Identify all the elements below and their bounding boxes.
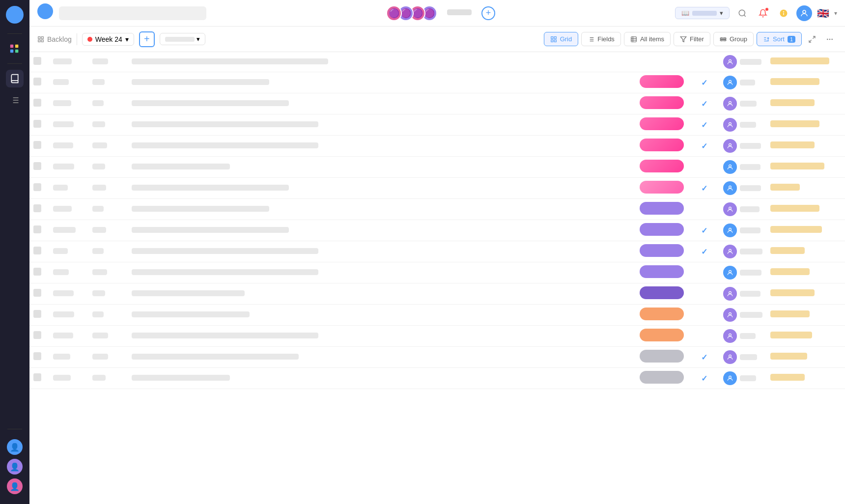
tag-pill[interactable] xyxy=(770,141,815,148)
tag-pill[interactable] xyxy=(770,120,819,127)
row-avatar[interactable] xyxy=(723,118,737,132)
tag-pill[interactable] xyxy=(770,374,805,381)
notifications-button[interactable] xyxy=(755,5,771,21)
col2-value xyxy=(92,206,104,212)
tag-pill[interactable] xyxy=(770,184,800,191)
row-checkbox[interactable] xyxy=(33,331,41,339)
row-checkbox[interactable] xyxy=(33,57,41,65)
row-checkbox[interactable] xyxy=(33,183,41,191)
more-options-button[interactable] xyxy=(822,32,837,47)
tag-pill[interactable] xyxy=(770,310,810,317)
info-button[interactable] xyxy=(776,5,791,21)
status-pill[interactable] xyxy=(640,308,684,320)
row-avatar[interactable] xyxy=(723,329,737,343)
status-pill[interactable] xyxy=(640,286,684,299)
sidebar-avatar-3[interactable]: 👤 xyxy=(7,478,23,494)
status-pill[interactable] xyxy=(640,329,684,341)
topbar-add-button[interactable]: + xyxy=(481,6,495,20)
tag-pill[interactable] xyxy=(770,247,805,254)
toolbar-add-button[interactable]: + xyxy=(139,31,155,47)
tag-pill[interactable] xyxy=(770,353,807,360)
row-avatar[interactable] xyxy=(723,371,737,385)
filter-button[interactable]: Filter xyxy=(674,32,710,46)
main-text xyxy=(132,79,269,85)
toolbar-right-actions: Grid Fields All items Filter Group Sort xyxy=(544,32,837,47)
row-checkbox[interactable] xyxy=(33,247,41,254)
row-avatar[interactable] xyxy=(723,224,737,237)
row-avatar[interactable] xyxy=(723,287,737,301)
expand-button[interactable] xyxy=(805,32,819,47)
row-checkbox[interactable] xyxy=(33,204,41,212)
col2-value xyxy=(92,58,108,64)
filter-label: Filter xyxy=(690,35,704,43)
status-pill[interactable] xyxy=(640,371,684,384)
flag-dropdown[interactable]: ▾ xyxy=(834,10,837,17)
tag-pill[interactable] xyxy=(770,78,819,85)
tag-pill[interactable] xyxy=(770,268,810,275)
tag-pill[interactable] xyxy=(770,332,812,338)
table-row: ✓ xyxy=(29,93,845,114)
row-checkbox[interactable] xyxy=(33,310,41,318)
sidebar-avatar-2[interactable]: 👤 xyxy=(7,459,23,475)
tag-pill[interactable] xyxy=(770,99,815,106)
row-checkbox[interactable] xyxy=(33,268,41,276)
status-pill[interactable] xyxy=(640,160,684,172)
backlog-label[interactable]: Backlog xyxy=(37,35,72,43)
all-items-button[interactable]: All items xyxy=(624,32,671,46)
row-checkbox[interactable] xyxy=(33,120,41,128)
sort-button[interactable]: Sort 1 xyxy=(757,32,802,46)
status-pill[interactable] xyxy=(640,96,684,109)
row-avatar[interactable] xyxy=(723,308,737,322)
row-checkbox[interactable] xyxy=(33,141,41,149)
toolbar-dropdown[interactable]: ▾ xyxy=(160,33,205,45)
topbar-user-avatar[interactable] xyxy=(796,5,812,21)
sidebar-item-list[interactable] xyxy=(6,91,24,109)
topbar-book-button[interactable]: 📖 ▾ xyxy=(675,7,730,19)
topbar-avatar-1[interactable]: 🟣 xyxy=(386,5,402,21)
tag-pill[interactable] xyxy=(770,163,824,169)
topbar-search-input[interactable] xyxy=(59,6,206,20)
col1-value xyxy=(53,248,68,254)
status-pill[interactable] xyxy=(640,202,684,215)
tag-pill[interactable] xyxy=(770,57,829,64)
row-avatar[interactable] xyxy=(723,97,737,111)
row-checkbox[interactable] xyxy=(33,289,41,297)
status-pill[interactable] xyxy=(640,139,684,151)
status-pill[interactable] xyxy=(640,350,684,363)
sidebar-item-book[interactable] xyxy=(6,70,24,87)
sidebar-avatar-1[interactable]: 👤 xyxy=(7,439,23,455)
row-avatar[interactable] xyxy=(723,350,737,364)
row-avatar[interactable] xyxy=(723,160,737,174)
row-checkbox[interactable] xyxy=(33,373,41,381)
tag-pill[interactable] xyxy=(770,205,819,212)
grid-view-button[interactable]: Grid xyxy=(544,32,579,46)
status-pill[interactable] xyxy=(640,265,684,278)
status-pill[interactable] xyxy=(640,75,684,88)
row-checkbox[interactable] xyxy=(33,225,41,233)
group-button[interactable]: Group xyxy=(713,32,754,46)
fields-button[interactable]: Fields xyxy=(581,32,621,46)
week-chevron-icon: ▾ xyxy=(125,35,129,43)
row-avatar[interactable] xyxy=(723,245,737,258)
row-avatar[interactable] xyxy=(723,139,737,153)
row-avatar[interactable] xyxy=(723,202,737,216)
row-checkbox[interactable] xyxy=(33,162,41,170)
row-checkbox[interactable] xyxy=(33,78,41,85)
status-pill[interactable] xyxy=(640,181,684,194)
sidebar-divider xyxy=(7,33,22,34)
week-selector[interactable]: Week 24 ▾ xyxy=(82,33,134,46)
row-avatar[interactable] xyxy=(723,76,737,89)
status-pill[interactable] xyxy=(640,244,684,257)
row-avatar[interactable] xyxy=(723,181,737,195)
language-flag[interactable]: 🇬🇧 xyxy=(817,7,829,19)
sidebar-logo[interactable] xyxy=(6,6,24,24)
row-avatar[interactable] xyxy=(723,55,737,69)
tag-pill[interactable] xyxy=(770,226,822,233)
row-checkbox[interactable] xyxy=(33,352,41,360)
status-pill[interactable] xyxy=(640,117,684,130)
tag-pill[interactable] xyxy=(770,289,815,296)
search-button[interactable] xyxy=(734,5,750,21)
row-checkbox[interactable] xyxy=(33,99,41,107)
row-avatar[interactable] xyxy=(723,266,737,280)
status-pill[interactable] xyxy=(640,223,684,236)
